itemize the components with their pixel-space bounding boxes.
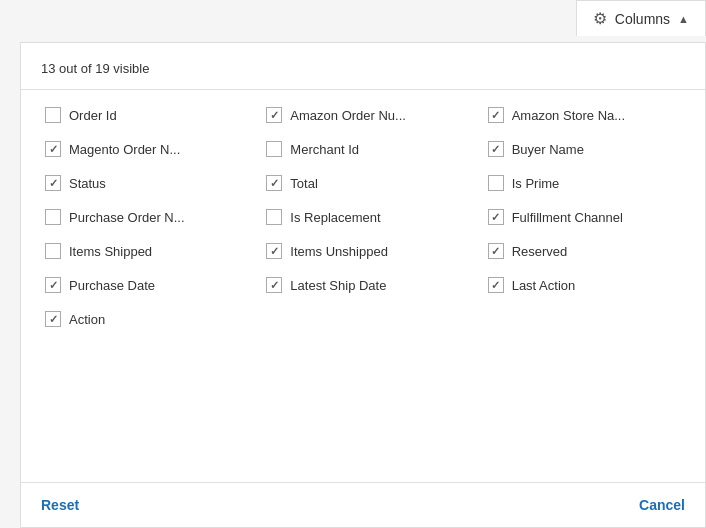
- column-label-items_unshipped: Items Unshipped: [290, 244, 388, 259]
- checkbox-amazon_store_name[interactable]: [488, 107, 504, 123]
- gear-icon: ⚙: [593, 9, 607, 28]
- list-item[interactable]: Latest Ship Date: [258, 268, 479, 302]
- column-label-amazon_order_num: Amazon Order Nu...: [290, 108, 406, 123]
- page-wrapper: ⚙ Columns ▲ 13 out of 19 visible Order I…: [0, 0, 706, 528]
- list-item[interactable]: Merchant Id: [258, 132, 479, 166]
- list-item[interactable]: Items Shipped: [37, 234, 258, 268]
- columns-grid-wrapper[interactable]: Order IdAmazon Order Nu...Amazon Store N…: [21, 90, 705, 482]
- list-item[interactable]: Amazon Order Nu...: [258, 98, 479, 132]
- reset-button[interactable]: Reset: [41, 497, 79, 513]
- list-item[interactable]: Is Replacement: [258, 200, 479, 234]
- list-item[interactable]: Items Unshipped: [258, 234, 479, 268]
- column-label-purchase_order_n: Purchase Order N...: [69, 210, 185, 225]
- list-item[interactable]: Last Action: [480, 268, 701, 302]
- modal-header: 13 out of 19 visible: [21, 43, 705, 90]
- columns-button-label: Columns: [615, 11, 670, 27]
- list-item[interactable]: Total: [258, 166, 479, 200]
- checkbox-is_prime[interactable]: [488, 175, 504, 191]
- column-label-latest_ship_date: Latest Ship Date: [290, 278, 386, 293]
- modal-footer: Reset Cancel: [21, 482, 705, 527]
- cancel-button[interactable]: Cancel: [639, 497, 685, 513]
- column-label-items_shipped: Items Shipped: [69, 244, 152, 259]
- checkbox-purchase_order_n[interactable]: [45, 209, 61, 225]
- column-label-action: Action: [69, 312, 105, 327]
- list-item[interactable]: Purchase Date: [37, 268, 258, 302]
- column-label-magento_order_n: Magento Order N...: [69, 142, 180, 157]
- checkbox-reserved[interactable]: [488, 243, 504, 259]
- list-item[interactable]: Fulfillment Channel: [480, 200, 701, 234]
- checkbox-items_unshipped[interactable]: [266, 243, 282, 259]
- list-item[interactable]: Status: [37, 166, 258, 200]
- checkbox-action[interactable]: [45, 311, 61, 327]
- column-label-total: Total: [290, 176, 317, 191]
- column-label-merchant_id: Merchant Id: [290, 142, 359, 157]
- column-label-buyer_name: Buyer Name: [512, 142, 584, 157]
- visible-count: 13 out of 19 visible: [41, 61, 149, 76]
- list-item[interactable]: Reserved: [480, 234, 701, 268]
- checkbox-magento_order_n[interactable]: [45, 141, 61, 157]
- checkbox-is_replacement[interactable]: [266, 209, 282, 225]
- columns-button[interactable]: ⚙ Columns ▲: [576, 0, 706, 36]
- column-label-status: Status: [69, 176, 106, 191]
- checkbox-amazon_order_num[interactable]: [266, 107, 282, 123]
- list-item[interactable]: Magento Order N...: [37, 132, 258, 166]
- checkbox-purchase_date[interactable]: [45, 277, 61, 293]
- checkbox-items_shipped[interactable]: [45, 243, 61, 259]
- list-item[interactable]: Is Prime: [480, 166, 701, 200]
- list-item[interactable]: Order Id: [37, 98, 258, 132]
- column-label-fulfillment_channel: Fulfillment Channel: [512, 210, 623, 225]
- list-item[interactable]: Action: [37, 302, 258, 336]
- checkbox-buyer_name[interactable]: [488, 141, 504, 157]
- columns-modal: 13 out of 19 visible Order IdAmazon Orde…: [20, 42, 706, 528]
- checkbox-order_id[interactable]: [45, 107, 61, 123]
- column-label-reserved: Reserved: [512, 244, 568, 259]
- caret-icon: ▲: [678, 13, 689, 25]
- columns-grid: Order IdAmazon Order Nu...Amazon Store N…: [37, 98, 701, 336]
- list-item[interactable]: Buyer Name: [480, 132, 701, 166]
- checkbox-last_action[interactable]: [488, 277, 504, 293]
- column-label-is_replacement: Is Replacement: [290, 210, 380, 225]
- column-label-order_id: Order Id: [69, 108, 117, 123]
- checkbox-latest_ship_date[interactable]: [266, 277, 282, 293]
- checkbox-fulfillment_channel[interactable]: [488, 209, 504, 225]
- checkbox-total[interactable]: [266, 175, 282, 191]
- list-item[interactable]: Amazon Store Na...: [480, 98, 701, 132]
- column-label-last_action: Last Action: [512, 278, 576, 293]
- column-label-is_prime: Is Prime: [512, 176, 560, 191]
- checkbox-status[interactable]: [45, 175, 61, 191]
- column-label-amazon_store_name: Amazon Store Na...: [512, 108, 625, 123]
- list-item[interactable]: Purchase Order N...: [37, 200, 258, 234]
- checkbox-merchant_id[interactable]: [266, 141, 282, 157]
- column-label-purchase_date: Purchase Date: [69, 278, 155, 293]
